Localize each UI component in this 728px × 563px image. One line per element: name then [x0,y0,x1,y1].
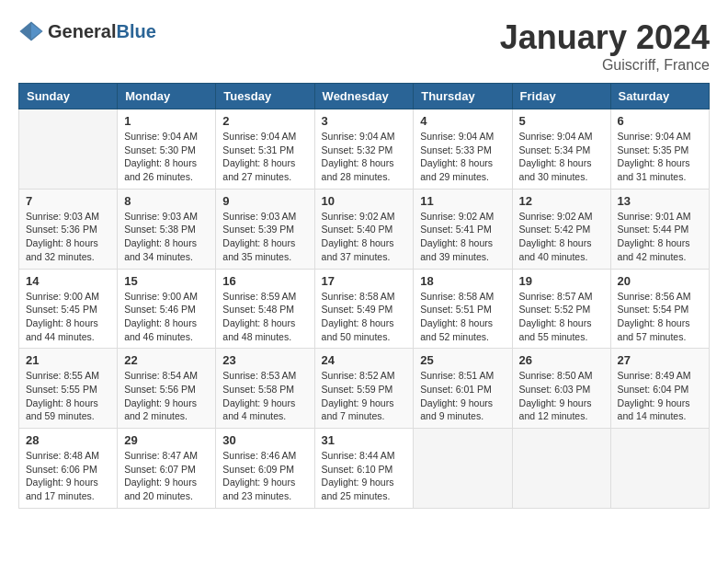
day-detail: Sunrise: 8:50 AM Sunset: 6:03 PM Dayligh… [519,369,604,423]
day-number: 7 [26,194,110,208]
table-row: 13 Sunrise: 9:01 AM Sunset: 5:44 PM Dayl… [610,189,709,269]
table-row: 22 Sunrise: 8:54 AM Sunset: 5:56 PM Dayl… [118,349,216,429]
daylight: Daylight: 8 hours and 34 minutes. [124,237,197,262]
sunrise: Sunrise: 9:04 AM [322,131,395,142]
table-row: 15 Sunrise: 9:00 AM Sunset: 5:46 PM Dayl… [118,269,216,349]
table-row: 8 Sunrise: 9:03 AM Sunset: 5:38 PM Dayli… [118,189,216,269]
daylight: Daylight: 9 hours and 2 minutes. [124,397,197,422]
sunset: Sunset: 6:09 PM [222,464,294,475]
calendar-week-row: 7 Sunrise: 9:03 AM Sunset: 5:36 PM Dayli… [19,189,710,269]
sunset: Sunset: 5:40 PM [322,224,393,235]
table-row: 6 Sunrise: 9:04 AM Sunset: 5:35 PM Dayli… [610,109,709,190]
table-row: 18 Sunrise: 8:58 AM Sunset: 5:51 PM Dayl… [414,269,512,349]
table-row: 19 Sunrise: 8:57 AM Sunset: 5:52 PM Dayl… [512,269,610,349]
day-detail: Sunrise: 8:56 AM Sunset: 5:54 PM Dayligh… [618,290,702,344]
daylight: Daylight: 8 hours and 57 minutes. [618,317,690,342]
sunrise: Sunrise: 8:59 AM [222,291,296,302]
daylight: Daylight: 9 hours and 25 minutes. [322,477,394,501]
calendar-week-row: 14 Sunrise: 9:00 AM Sunset: 5:45 PM Dayl… [19,269,710,349]
day-detail: Sunrise: 9:02 AM Sunset: 5:41 PM Dayligh… [420,210,505,264]
day-detail: Sunrise: 8:55 AM Sunset: 5:55 PM Dayligh… [26,369,110,423]
table-row: 12 Sunrise: 9:02 AM Sunset: 5:42 PM Dayl… [512,189,610,269]
sunrise: Sunrise: 9:01 AM [618,211,691,222]
table-row: 10 Sunrise: 9:02 AM Sunset: 5:40 PM Dayl… [314,189,414,269]
day-detail: Sunrise: 9:04 AM Sunset: 5:34 PM Dayligh… [519,130,604,184]
day-detail: Sunrise: 8:44 AM Sunset: 6:10 PM Dayligh… [322,449,407,503]
sunset: Sunset: 5:51 PM [420,304,492,315]
table-row: 26 Sunrise: 8:50 AM Sunset: 6:03 PM Dayl… [512,349,610,429]
sunset: Sunset: 5:33 PM [420,144,492,155]
table-row: 27 Sunrise: 8:49 AM Sunset: 6:04 PM Dayl… [610,349,709,429]
table-row: 3 Sunrise: 9:04 AM Sunset: 5:32 PM Dayli… [314,109,414,190]
sunrise: Sunrise: 8:48 AM [26,450,99,461]
day-detail: Sunrise: 9:04 AM Sunset: 5:33 PM Dayligh… [420,130,505,184]
daylight: Daylight: 9 hours and 4 minutes. [222,397,295,422]
logo-icon [18,18,44,44]
month-title: January 2024 [500,18,710,57]
sunset: Sunset: 6:03 PM [519,384,591,395]
table-row [19,109,118,190]
sunset: Sunset: 5:54 PM [618,304,689,315]
day-number: 26 [519,353,604,367]
logo-general: General [48,21,116,41]
day-detail: Sunrise: 8:53 AM Sunset: 5:58 PM Dayligh… [222,369,307,423]
table-row: 16 Sunrise: 8:59 AM Sunset: 5:48 PM Dayl… [216,269,314,349]
daylight: Daylight: 8 hours and 30 minutes. [519,157,592,182]
sunset: Sunset: 6:10 PM [322,464,393,475]
sunrise: Sunrise: 9:04 AM [519,131,593,142]
sunset: Sunset: 5:31 PM [222,144,294,155]
daylight: Daylight: 8 hours and 29 minutes. [420,157,493,182]
day-number: 12 [519,194,604,208]
sunset: Sunset: 5:35 PM [618,144,689,155]
sunset: Sunset: 6:06 PM [26,464,97,475]
daylight: Daylight: 8 hours and 42 minutes. [618,237,690,262]
sunrise: Sunrise: 8:58 AM [420,291,494,302]
sunrise: Sunrise: 8:49 AM [618,370,691,381]
daylight: Daylight: 8 hours and 52 minutes. [420,317,493,342]
sunrise: Sunrise: 8:56 AM [618,291,691,302]
daylight: Daylight: 8 hours and 50 minutes. [322,317,394,342]
day-detail: Sunrise: 8:58 AM Sunset: 5:49 PM Dayligh… [322,290,407,344]
table-row: 1 Sunrise: 9:04 AM Sunset: 5:30 PM Dayli… [118,109,216,190]
table-row [414,429,512,509]
daylight: Daylight: 8 hours and 37 minutes. [322,237,394,262]
day-detail: Sunrise: 8:57 AM Sunset: 5:52 PM Dayligh… [519,290,604,344]
day-number: 3 [322,114,407,128]
table-row: 7 Sunrise: 9:03 AM Sunset: 5:36 PM Dayli… [19,189,118,269]
header-monday: Monday [118,84,216,109]
day-number: 27 [618,353,702,367]
sunset: Sunset: 5:42 PM [519,224,591,235]
table-row: 20 Sunrise: 8:56 AM Sunset: 5:54 PM Dayl… [610,269,709,349]
sunrise: Sunrise: 9:03 AM [26,211,99,222]
daylight: Daylight: 9 hours and 20 minutes. [124,477,197,501]
daylight: Daylight: 9 hours and 17 minutes. [26,477,98,501]
daylight: Daylight: 8 hours and 55 minutes. [519,317,592,342]
day-number: 2 [222,114,307,128]
sunset: Sunset: 5:58 PM [222,384,294,395]
day-detail: Sunrise: 9:04 AM Sunset: 5:30 PM Dayligh… [124,130,209,184]
daylight: Daylight: 8 hours and 26 minutes. [124,157,197,182]
logo: GeneralBlue [18,18,156,44]
daylight: Daylight: 8 hours and 40 minutes. [519,237,592,262]
daylight: Daylight: 8 hours and 32 minutes. [26,237,98,262]
table-row: 2 Sunrise: 9:04 AM Sunset: 5:31 PM Dayli… [216,109,314,190]
day-number: 22 [124,353,209,367]
table-row: 21 Sunrise: 8:55 AM Sunset: 5:55 PM Dayl… [19,349,118,429]
sunrise: Sunrise: 8:46 AM [222,450,296,461]
day-number: 10 [322,194,407,208]
sunset: Sunset: 5:36 PM [26,224,97,235]
daylight: Daylight: 8 hours and 46 minutes. [124,317,197,342]
day-number: 15 [124,274,209,288]
day-detail: Sunrise: 8:59 AM Sunset: 5:48 PM Dayligh… [222,290,307,344]
table-row: 4 Sunrise: 9:04 AM Sunset: 5:33 PM Dayli… [414,109,512,190]
table-row: 29 Sunrise: 8:47 AM Sunset: 6:07 PM Dayl… [118,429,216,509]
table-row: 11 Sunrise: 9:02 AM Sunset: 5:41 PM Dayl… [414,189,512,269]
sunset: Sunset: 5:52 PM [519,304,591,315]
daylight: Daylight: 8 hours and 35 minutes. [222,237,295,262]
day-number: 11 [420,194,505,208]
header-sunday: Sunday [19,84,118,109]
day-number: 31 [322,433,407,447]
daylight: Daylight: 8 hours and 59 minutes. [26,397,98,422]
header-saturday: Saturday [610,84,709,109]
table-row: 24 Sunrise: 8:52 AM Sunset: 5:59 PM Dayl… [314,349,414,429]
